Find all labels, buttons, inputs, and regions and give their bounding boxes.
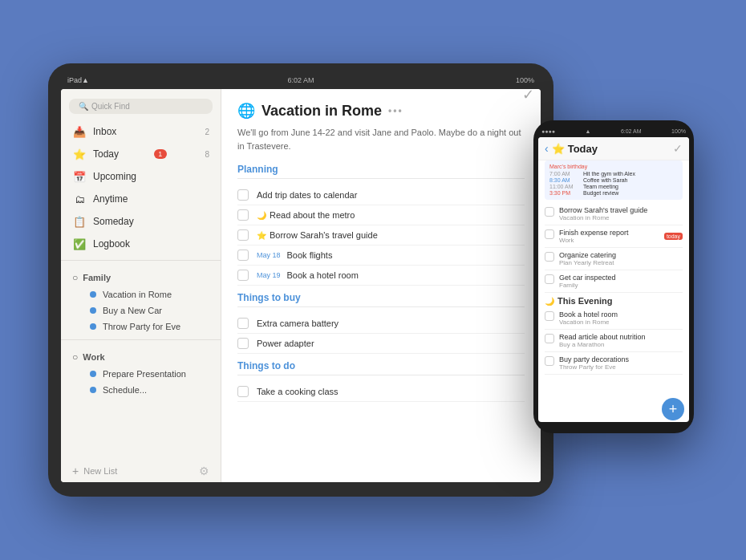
task-name: Buy party decorations <box>559 355 683 363</box>
today-alert-badge: 1 <box>154 149 167 159</box>
search-bar[interactable]: 🔍 Quick Find <box>69 99 213 114</box>
task-checkbox[interactable] <box>237 270 249 281</box>
task-travel-guide[interactable]: ⭐ Borrow Sarah's travel guide <box>237 225 525 246</box>
sidebar-anytime-label: Anytime <box>93 193 128 205</box>
vacation-label: Vacation in Rome <box>103 290 172 299</box>
evening-section: 🌙 This Evening Book a hotel room Vacatio… <box>538 293 689 375</box>
task-text: Extra camera battery <box>257 319 525 328</box>
today-icon: ⭐ <box>72 147 87 161</box>
sidebar-item-vacation[interactable]: Vacation in Rome <box>61 286 221 302</box>
family-section-title: ○ Family <box>72 272 209 283</box>
iphone-star-icon: ⭐ <box>552 143 565 155</box>
phone-task-hotel[interactable]: Book a hotel room Vacation in Rome <box>545 307 683 330</box>
task-checkbox[interactable] <box>545 252 554 262</box>
timeline-text: Coffee with Sarah <box>583 177 628 183</box>
timeline-time: 7:00 AM <box>549 171 583 177</box>
work-label: Work <box>83 352 104 362</box>
task-checkbox[interactable] <box>237 229 249 241</box>
task-checkbox[interactable] <box>545 334 554 343</box>
add-button[interactable]: + <box>662 398 684 420</box>
timeline-block: Marc's birthday 7:00 AM Hit the gym with… <box>545 160 683 200</box>
inbox-badge: 2 <box>205 128 209 136</box>
presentation-dot <box>90 371 96 377</box>
task-info: Read article about nutrition Buy a Marat… <box>559 333 683 348</box>
sidebar-divider-1 <box>61 260 221 261</box>
task-name: Borrow Sarah's travel guide <box>559 206 683 214</box>
timeline-time: 3:30 PM <box>549 190 583 196</box>
sidebar-item-someday[interactable]: 📋 Someday <box>61 210 221 233</box>
phone-task-travel-guide[interactable]: Borrow Sarah's travel guide Vacation in … <box>545 203 683 225</box>
task-info: Book a hotel room Vacation in Rome <box>559 310 683 326</box>
sidebar-item-inbox[interactable]: 📥 Inbox 2 <box>61 120 221 143</box>
task-info: Borrow Sarah's travel guide Vacation in … <box>559 206 683 221</box>
sidebar-someday-label: Someday <box>93 216 134 227</box>
task-checkbox[interactable] <box>237 250 249 261</box>
task-power-adapter[interactable]: Power adapter <box>237 334 525 354</box>
phone-task-party-decorations[interactable]: Buy party decorations Throw Party for Ev… <box>545 352 683 375</box>
ipad-device: iPad ▲ 6:02 AM 100% 🔍 Quick Find 📥 Inbox… <box>48 63 553 497</box>
timeline-item-3: 11:00 AM Team meeting <box>549 184 678 189</box>
timeline-text: Budget review <box>583 190 618 196</box>
task-hotel[interactable]: May 19 Book a hotel room <box>237 266 525 286</box>
presentation-label: Prepare Presentation <box>103 369 186 379</box>
iphone-check-button[interactable]: ✓ <box>673 142 683 155</box>
task-text: Add trip dates to calendar <box>257 190 525 200</box>
sidebar-work-section: ○ Work <box>61 345 221 366</box>
phone-task-expense[interactable]: Finish expense report Work today <box>545 225 683 248</box>
iphone-back-button[interactable]: ‹ <box>545 142 549 155</box>
ipad-chevron-button[interactable]: ✓ <box>522 89 534 103</box>
task-text: Book flights <box>287 250 525 260</box>
vacation-dot <box>90 291 96 298</box>
main-title: 🌐 Vacation in Rome ••• <box>237 102 403 120</box>
task-checkbox[interactable] <box>237 338 249 349</box>
phone-task-catering[interactable]: Organize catering Plan Yearly Retreat <box>545 248 683 270</box>
sidebar-item-logbook[interactable]: ✅ Logbook <box>61 233 221 255</box>
evening-label: 🌙 This Evening <box>545 293 683 307</box>
task-trip-dates[interactable]: Add trip dates to calendar <box>237 185 525 205</box>
settings-icon[interactable]: ⚙ <box>199 465 209 477</box>
today-count-badge: 8 <box>205 150 209 159</box>
someday-icon: 📋 <box>72 214 87 229</box>
task-name: Get car inspected <box>559 274 683 282</box>
sidebar-item-party[interactable]: Throw Party for Eve <box>61 319 221 335</box>
sidebar-item-presentation[interactable]: Prepare Presentation <box>61 366 221 382</box>
phone-task-car[interactable]: Get car inspected Family <box>545 270 683 293</box>
task-text: Read about the metro <box>270 210 525 220</box>
task-checkbox[interactable] <box>545 356 554 366</box>
sidebar-item-car[interactable]: Buy a New Car <box>61 302 221 319</box>
timeline-item-2: 8:30 AM Coffee with Sarah <box>549 177 678 183</box>
task-checkbox[interactable] <box>545 207 554 217</box>
car-dot <box>90 307 96 314</box>
schedule-dot <box>90 387 96 393</box>
phone-task-nutrition[interactable]: Read article about nutrition Buy a Marat… <box>545 330 683 352</box>
sidebar-item-schedule[interactable]: Schedule... <box>61 382 221 398</box>
sidebar-inbox-label: Inbox <box>93 126 116 137</box>
task-name: Read article about nutrition <box>559 333 683 341</box>
task-cooking-class[interactable]: Take a cooking class <box>237 382 525 402</box>
new-list-button[interactable]: + New List ⚙ <box>61 460 221 482</box>
task-flights[interactable]: May 18 Book flights <box>237 246 525 266</box>
task-checkbox[interactable] <box>237 209 249 221</box>
today-badge: today <box>664 233 683 240</box>
task-checkbox[interactable] <box>545 311 554 321</box>
evening-label-text: This Evening <box>557 296 612 306</box>
task-sub: Vacation in Rome <box>559 214 683 221</box>
more-icon[interactable]: ••• <box>388 105 403 116</box>
iphone-status-bar: ●●●● ▲ 6:02 AM 100% <box>538 128 689 137</box>
sidebar-item-today[interactable]: ⭐ Today 1 8 <box>61 143 221 165</box>
task-checkbox[interactable] <box>237 189 249 201</box>
iphone-title-text: Today <box>568 143 598 155</box>
sidebar-item-anytime[interactable]: 🗂 Anytime <box>61 188 221 210</box>
sidebar-item-upcoming[interactable]: 📅 Upcoming <box>61 165 221 188</box>
task-checkbox[interactable] <box>545 274 554 284</box>
family-icon: ○ <box>72 272 78 283</box>
task-checkbox[interactable] <box>545 229 554 239</box>
task-checkbox[interactable] <box>237 318 249 329</box>
task-checkbox[interactable] <box>237 386 249 397</box>
timeline-text: Hit the gym with Alex <box>583 171 635 177</box>
timeline-time: 8:30 AM <box>549 177 583 183</box>
ipad-screen: 🔍 Quick Find 📥 Inbox 2 ⭐ Today 1 8 📅 Upc… <box>61 89 541 482</box>
upcoming-icon: 📅 <box>72 169 87 184</box>
task-metro[interactable]: 🌙 Read about the metro <box>237 205 525 225</box>
task-camera-battery[interactable]: Extra camera battery <box>237 314 525 334</box>
